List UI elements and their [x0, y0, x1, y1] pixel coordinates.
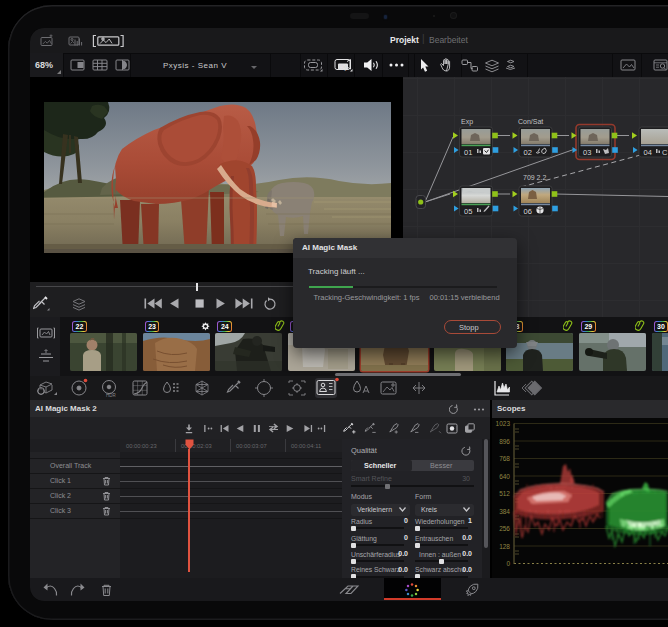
svg-text:256: 256	[499, 525, 510, 532]
svg-text:384: 384	[499, 508, 510, 515]
svg-text:128: 128	[499, 543, 510, 550]
svg-text:04: 04	[644, 148, 652, 157]
svg-text:05: 05	[464, 207, 472, 216]
svg-text:HQ: HQ	[339, 65, 346, 70]
svg-text:02: 02	[524, 148, 532, 157]
svg-text:C: C	[662, 148, 668, 157]
svg-text:Exp: Exp	[461, 118, 473, 126]
svg-text:512: 512	[499, 490, 510, 497]
svg-text:896: 896	[499, 438, 510, 445]
svg-text:03: 03	[583, 148, 591, 157]
svg-text:768: 768	[499, 455, 510, 462]
svg-text:640: 640	[499, 473, 510, 480]
svg-text:HDR: HDR	[106, 393, 116, 398]
svg-text:01: 01	[464, 148, 472, 157]
svg-text:709 2.2: 709 2.2	[523, 174, 546, 181]
svg-text:06: 06	[524, 207, 532, 216]
svg-text:0: 0	[506, 560, 510, 567]
svg-text:1023: 1023	[496, 420, 511, 427]
svg-text:Con/Sat: Con/Sat	[518, 118, 543, 125]
